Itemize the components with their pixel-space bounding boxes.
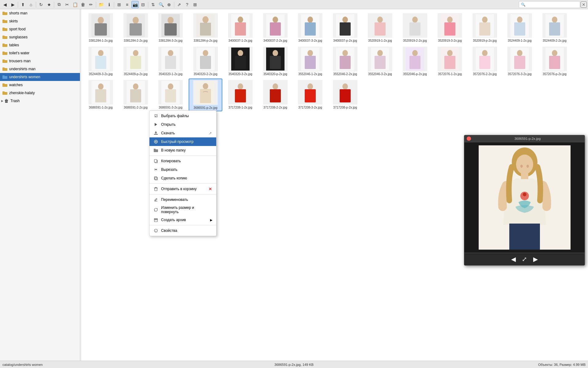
cut-button[interactable]: ✂ xyxy=(63,1,71,8)
file-item[interactable]: 3540320-2-2x.jpg xyxy=(189,45,222,77)
copy-button[interactable]: ⧉ xyxy=(55,1,63,8)
sidebar-item-trousers-man[interactable]: trousers man xyxy=(0,57,80,65)
sidebar-item-watches[interactable]: watches xyxy=(0,81,80,89)
file-item[interactable]: 3552046-2-2x.jpg xyxy=(328,45,362,77)
file-item[interactable]: 3520919-1-2x.jpg xyxy=(363,12,397,44)
ctx-cut[interactable]: ✂ Вырезать xyxy=(149,165,216,174)
file-item[interactable]: 3400037-3-2x.jpg xyxy=(293,12,327,44)
view-details-button[interactable]: 📷 xyxy=(131,1,139,8)
file-item[interactable]: 3400037-2-2x.jpg xyxy=(258,12,292,44)
sidebar-item-skirts[interactable]: skirts xyxy=(0,17,80,25)
file-item[interactable]: 3686591-2-2x.jpg xyxy=(119,79,153,111)
reload-button[interactable]: ↻ xyxy=(37,1,45,8)
file-item[interactable]: 3540320-p-2x.jpg xyxy=(258,45,292,77)
file-item[interactable]: 3381284-1-2x.jpg xyxy=(84,12,118,44)
svg-rect-126 xyxy=(305,89,316,102)
file-item[interactable]: 3524409-2-2x.jpg xyxy=(538,12,571,44)
preview-fullscreen-button[interactable]: ⤢ xyxy=(522,255,527,263)
file-item[interactable]: 3717208-p-2x.jpg xyxy=(328,79,362,111)
file-item[interactable]: 3520919-p-2x.jpg xyxy=(468,12,502,44)
file-item[interactable]: 3540320-1-2x.jpg xyxy=(154,45,187,77)
ctx-resize-rotate[interactable]: Изменить размер и повернуть xyxy=(149,204,216,216)
file-item[interactable]: 3400037-1-2x.jpg xyxy=(224,12,257,44)
sidebar-item-undershirts-man[interactable]: undershirts man xyxy=(0,65,80,73)
file-item[interactable]: 3717208-3-2x.jpg xyxy=(293,79,327,111)
sort-button[interactable]: ⇅ xyxy=(149,1,157,8)
ctx-quick-preview[interactable]: Быстрый просмотр xyxy=(149,137,216,146)
sidebar-item-zhenskie-halaty[interactable]: zhenskie-halaty xyxy=(0,89,80,97)
svg-point-128 xyxy=(342,83,348,90)
ctx-rename[interactable]: Переименовать xyxy=(149,195,216,204)
delete-button[interactable]: 🗑 xyxy=(79,1,87,8)
svg-rect-8 xyxy=(2,44,7,47)
search-input[interactable] xyxy=(526,2,578,7)
back-button[interactable]: ◀ xyxy=(1,1,9,8)
file-item[interactable]: 3524409-3-2x.jpg xyxy=(84,45,118,77)
file-item[interactable]: 3717208-1-2x.jpg xyxy=(224,79,257,111)
file-item[interactable]: 3381284-2-2x.jpg xyxy=(119,12,153,44)
ctx-move-to-folder[interactable]: В новую папку xyxy=(149,146,216,155)
ctx-properties[interactable]: i Свойства xyxy=(149,226,216,235)
new-folder-button[interactable]: 📁 xyxy=(97,1,105,8)
ctx-send-to-trash[interactable]: Отправить в корзину ✕ xyxy=(149,185,216,193)
svg-rect-2 xyxy=(2,20,7,23)
file-item[interactable]: 3520919-3-2x.jpg xyxy=(433,12,467,44)
bookmark-button[interactable]: ★ xyxy=(45,1,53,8)
sidebar-item-shorts-man[interactable]: shorts man xyxy=(0,9,80,17)
sidebar-item-sport-food[interactable]: sport food xyxy=(0,25,80,33)
rename-button[interactable]: ✏ xyxy=(87,1,95,8)
ctx-create-archive[interactable]: Создать архив ▶ xyxy=(149,216,216,224)
file-item[interactable]: 3552046-1-2x.jpg xyxy=(293,45,327,77)
file-item[interactable]: 3552046-p-2x.jpg xyxy=(398,45,432,77)
file-item[interactable]: 3552046-3-2x.jpg xyxy=(363,45,397,77)
file-item-selected[interactable]: 3686591-p-2x.jpg xyxy=(189,79,222,111)
ctx-select-files[interactable]: ☑ Выбрать файлы xyxy=(149,112,216,120)
zoom-out-button[interactable]: 🔍 xyxy=(157,1,165,8)
file-item[interactable]: 3572076-p-2x.jpg xyxy=(538,45,571,77)
info-button[interactable]: ℹ xyxy=(105,1,113,8)
ctx-make-copy[interactable]: Сделать копию xyxy=(149,174,216,182)
file-item[interactable]: 3717208-2-2x.jpg xyxy=(258,79,292,111)
file-item[interactable]: 3381284-p-2x.jpg xyxy=(189,12,222,44)
zoom-in-button[interactable]: ⊕ xyxy=(165,1,173,8)
svg-rect-141 xyxy=(154,177,157,179)
forward-button[interactable]: ▶ xyxy=(9,1,17,8)
svg-point-89 xyxy=(377,50,383,56)
file-item[interactable]: 3572076-2-2x.jpg xyxy=(468,45,502,77)
up-button[interactable]: ⬆ xyxy=(19,1,27,8)
file-item[interactable]: 3524409-1-2x.jpg xyxy=(503,12,537,44)
svg-rect-14 xyxy=(2,68,7,71)
file-item[interactable]: 3540320-3-2x.jpg xyxy=(224,45,257,77)
view-icons-button[interactable]: ⊞ xyxy=(115,1,123,8)
sidebar-item-tables[interactable]: tables xyxy=(0,41,80,49)
file-item[interactable]: 3686591-3-2x.jpg xyxy=(154,79,187,111)
file-item[interactable]: 3400037-p-2x.jpg xyxy=(328,12,362,44)
file-item[interactable]: 3572076-3-2x.jpg xyxy=(503,45,537,77)
share-button[interactable]: ⇗ xyxy=(175,1,183,8)
ctx-copy[interactable]: Копировать xyxy=(149,157,216,165)
file-item[interactable]: 3520919-2-2x.jpg xyxy=(398,12,432,44)
home-button[interactable]: ⌂ xyxy=(27,1,35,8)
sidebar-item-trash[interactable]: ▶ 🗑 Trash xyxy=(0,97,80,105)
help-button[interactable]: ? xyxy=(183,1,191,8)
ctx-open[interactable]: Открыть xyxy=(149,120,216,129)
file-item[interactable]: 3686591-1-2x.jpg xyxy=(84,79,118,111)
view-columns-button[interactable]: ⊟ xyxy=(139,1,147,8)
window-close-button[interactable]: ✕ xyxy=(581,2,587,8)
preview-close-button[interactable] xyxy=(467,136,471,141)
sidebar-item-toilets-water[interactable]: toilet's water xyxy=(0,49,80,57)
grid-button[interactable]: ⊞ xyxy=(191,1,199,8)
ctx-download[interactable]: Скачать ↗ xyxy=(149,129,216,137)
svg-rect-54 xyxy=(444,22,455,36)
search-box[interactable]: 🔍 xyxy=(519,1,580,8)
view-list-button[interactable]: ≡ xyxy=(123,1,131,8)
sidebar-item-undershirts-women[interactable]: undershirts women xyxy=(0,73,80,81)
file-item[interactable]: 3381284-3-2x.jpg xyxy=(154,12,187,44)
preview-prev-button[interactable]: ◀ xyxy=(511,255,516,263)
sidebar: shorts man skirts sport food sunglasses xyxy=(0,9,80,361)
file-item[interactable]: 3524409-p-2x.jpg xyxy=(119,45,153,77)
file-item[interactable]: 3572076-1-2x.jpg xyxy=(433,45,467,77)
paste-button[interactable]: 📋 xyxy=(71,1,79,8)
sidebar-item-sunglasses[interactable]: sunglasses xyxy=(0,33,80,41)
preview-next-button[interactable]: ▶ xyxy=(533,255,538,263)
